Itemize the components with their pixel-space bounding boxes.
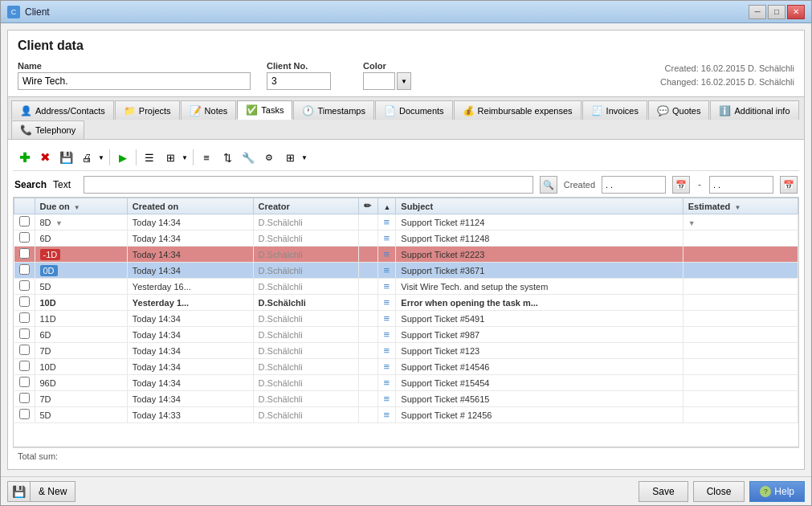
delete-button[interactable]: ✖ (35, 148, 55, 167)
config-button[interactable]: ⚙ (259, 148, 279, 167)
priority-lines-cell: ≡ (378, 343, 396, 359)
col-estimated[interactable]: Estimated ▼ (683, 198, 798, 214)
tab-projects[interactable]: 📁 Projects (115, 100, 180, 120)
search-input[interactable] (84, 176, 533, 194)
help-button[interactable]: ? Help (749, 481, 805, 502)
maximize-button[interactable]: □ (768, 5, 785, 19)
close-button[interactable]: ✕ (787, 5, 805, 19)
table-row: 6DToday 14:34D.Schälchli≡Support Ticket … (14, 327, 798, 343)
table-row: 10DYesterday 1...D.Schälchli≡Error when … (14, 295, 798, 311)
tab-address[interactable]: 👤 Address/Contacts (11, 100, 114, 120)
color-label: Color (363, 61, 411, 71)
row-checkbox[interactable] (19, 296, 30, 307)
col-due[interactable]: Due on ▼ (35, 198, 127, 214)
row-checkbox[interactable] (19, 393, 30, 403)
row-checkbox[interactable] (19, 377, 30, 387)
tab-invoices[interactable]: 🧾 Invoices (582, 100, 647, 120)
subject-cell: Support Ticket #5491 (396, 311, 683, 327)
save-new-label: & New (31, 482, 75, 501)
row-checkbox[interactable] (19, 312, 30, 323)
color-dropdown-button[interactable]: ▼ (397, 72, 411, 90)
row-checkbox[interactable] (19, 328, 30, 339)
col-subject[interactable]: Subject (396, 198, 683, 214)
row-checkbox-cell (14, 279, 35, 295)
play-button[interactable]: ▶ (113, 148, 133, 167)
creator-cell: D.Schälchli (253, 311, 359, 327)
tab-tasks[interactable]: ✅ Tasks (237, 100, 292, 120)
row-checkbox[interactable] (19, 264, 30, 275)
due-on-cell: 8D ▼ (35, 214, 127, 231)
save-new-button[interactable]: 💾 & New (7, 481, 75, 502)
main-window: C Client ─ □ ✕ Client data Name Client N… (0, 0, 812, 506)
priority-icon-cell (359, 214, 378, 231)
tab-quotes[interactable]: 💬 Quotes (648, 100, 709, 120)
row-checkbox[interactable] (19, 216, 30, 226)
date-separator: - (698, 179, 701, 190)
due-badge-blue: 0D (40, 265, 58, 276)
add-button[interactable]: ✚ (14, 148, 34, 167)
subject-cell: Support Ticket #11248 (396, 231, 683, 247)
due-on-cell: 96D (35, 375, 127, 391)
sort-button[interactable]: ⇅ (218, 148, 237, 167)
row-checkbox[interactable] (19, 232, 30, 243)
list-button[interactable]: ☰ (140, 148, 159, 167)
view-button[interactable]: ⊞ (161, 148, 180, 167)
date-from-picker[interactable]: 📅 (672, 176, 690, 194)
row-checkbox[interactable] (19, 409, 30, 419)
rows-button[interactable]: ≡ (197, 148, 216, 167)
creator-cell: D.Schälchli (253, 343, 359, 359)
date-to-input[interactable] (709, 176, 773, 194)
tab-reimbursable[interactable]: 💰 Reimbursable expenses (454, 100, 581, 120)
created-label: Created (564, 180, 595, 190)
estimated-cell (683, 279, 798, 295)
creator-cell: D.Schälchli (253, 295, 359, 311)
row-checkbox[interactable] (19, 248, 30, 259)
created-on-cell: Today 14:34 (127, 247, 253, 263)
col-sort[interactable]: ▲ (378, 198, 396, 214)
name-input[interactable] (18, 72, 251, 90)
due-dropdown-arrow[interactable]: ▼ (54, 219, 63, 227)
tab-timestamps[interactable]: 🕐 Timestamps (293, 100, 374, 120)
invoices-icon: 🧾 (591, 105, 603, 116)
save-action-button[interactable]: Save (639, 481, 688, 502)
tab-notes[interactable]: 📝 Notes (181, 100, 237, 120)
tab-telephony[interactable]: 📞 Telephony (11, 120, 84, 139)
row-checkbox[interactable] (19, 280, 30, 291)
tab-quotes-label: Quotes (672, 106, 700, 116)
filter-button[interactable]: 🔧 (239, 148, 258, 167)
date-from-input[interactable] (602, 176, 666, 194)
row-checkbox[interactable] (19, 361, 30, 371)
print-dropdown-arrow[interactable]: ▼ (96, 148, 106, 167)
extra-button[interactable]: ⊞ (280, 148, 300, 167)
extra-dropdown-arrow[interactable]: ▼ (300, 148, 309, 167)
search-clear-button[interactable]: 🔍 (540, 176, 557, 194)
priority-icon-cell (359, 375, 378, 391)
date-to-picker[interactable]: 📅 (780, 176, 798, 194)
created-on-cell: Today 14:34 (127, 375, 253, 391)
priority-icon-cell (359, 327, 378, 343)
priority-icon-cell (359, 343, 378, 359)
print-button[interactable]: 🖨 (77, 148, 96, 167)
minimize-button[interactable]: ─ (749, 5, 766, 19)
col-created[interactable]: Created on (127, 198, 253, 214)
color-box[interactable] (363, 72, 395, 90)
window-controls: ─ □ ✕ (749, 5, 805, 19)
lines-icon: ≡ (383, 216, 390, 228)
tab-documents[interactable]: 📄 Documents (375, 100, 453, 120)
estimated-dropdown: ▼ (688, 219, 696, 227)
view-dropdown-arrow[interactable]: ▼ (180, 148, 190, 167)
close-action-button[interactable]: Close (693, 481, 745, 502)
row-checkbox-cell (14, 263, 35, 279)
tab-additional[interactable]: ℹ️ Additional info (710, 100, 798, 120)
estimated-cell: ▼ (683, 214, 798, 231)
due-on-cell: 5D (35, 279, 127, 295)
col-creator[interactable]: Creator (253, 198, 359, 214)
row-checkbox[interactable] (19, 345, 30, 355)
app-icon: C (7, 6, 20, 18)
rows-dropdown: ⇅ (218, 148, 237, 167)
clientno-input[interactable] (267, 72, 331, 90)
priority-icon-cell (359, 231, 378, 247)
name-group: Name (18, 61, 251, 90)
help-icon: ? (760, 486, 771, 497)
save-button[interactable]: 💾 (56, 148, 75, 167)
